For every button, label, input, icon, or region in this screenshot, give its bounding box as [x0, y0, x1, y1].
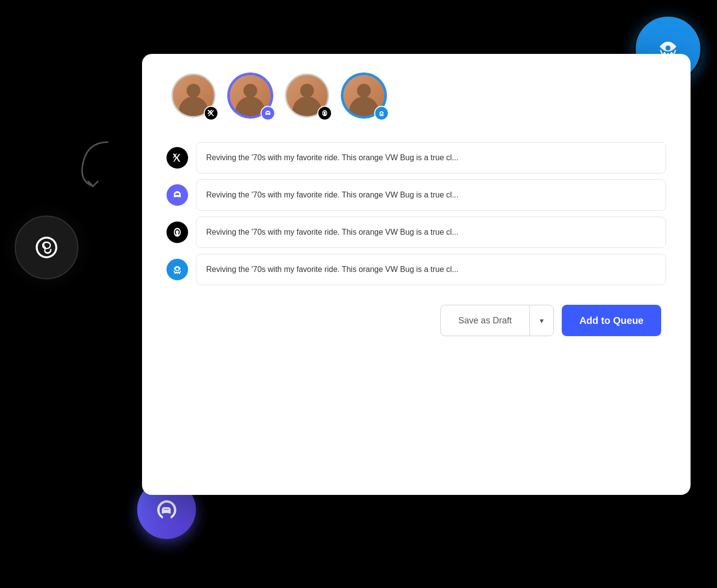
mastodon-badge [261, 106, 275, 121]
threads-badge [317, 106, 332, 121]
svg-rect-0 [266, 113, 269, 115]
bluesky-platform-icon [167, 259, 188, 280]
post-input-threads[interactable]: Reviving the '70s with my favorite ride.… [196, 217, 666, 248]
posts-section: Reviving the '70s with my favorite ride.… [167, 142, 666, 285]
avatar-mastodon[interactable] [228, 74, 277, 122]
post-row-threads: Reviving the '70s with my favorite ride.… [167, 217, 666, 248]
add-to-queue-button[interactable]: Add to Queue [562, 305, 661, 336]
threads-decoration [15, 216, 78, 279]
post-text-threads: Reviving the '70s with my favorite ride.… [206, 228, 458, 237]
post-row-mastodon: Reviving the '70s with my favorite ride.… [167, 179, 666, 211]
post-text-bluesky: Reviving the '70s with my favorite ride.… [206, 265, 458, 274]
post-input-bluesky[interactable]: Reviving the '70s with my favorite ride.… [196, 254, 666, 285]
scene: Reviving the '70s with my favorite ride.… [0, 0, 717, 588]
avatars-row [167, 74, 666, 122]
post-row-bluesky: Reviving the '70s with my favorite ride.… [167, 254, 666, 285]
arrow-decoration [69, 132, 118, 193]
save-draft-dropdown-button[interactable]: ▾ [529, 305, 554, 336]
post-row-x: Reviving the '70s with my favorite ride.… [167, 142, 666, 173]
main-card: Reviving the '70s with my favorite ride.… [142, 54, 691, 495]
x-badge [204, 106, 218, 121]
chevron-down-icon: ▾ [540, 316, 544, 325]
threads-platform-icon [167, 221, 188, 243]
bluesky-badge [374, 106, 389, 121]
post-text-x: Reviving the '70s with my favorite ride.… [206, 153, 458, 162]
post-text-mastodon: Reviving the '70s with my favorite ride.… [206, 191, 458, 199]
post-input-mastodon[interactable]: Reviving the '70s with my favorite ride.… [196, 179, 666, 211]
bottom-actions: Save as Draft ▾ Add to Queue [167, 305, 666, 336]
avatar-x[interactable] [171, 74, 220, 122]
save-draft-button[interactable]: Save as Draft [440, 305, 529, 336]
mastodon-platform-icon [167, 184, 188, 206]
svg-rect-1 [175, 195, 180, 197]
avatar-bluesky[interactable] [342, 74, 391, 122]
post-input-x[interactable]: Reviving the '70s with my favorite ride.… [196, 142, 666, 173]
avatar-threads[interactable] [285, 74, 334, 122]
x-platform-icon [167, 147, 188, 169]
